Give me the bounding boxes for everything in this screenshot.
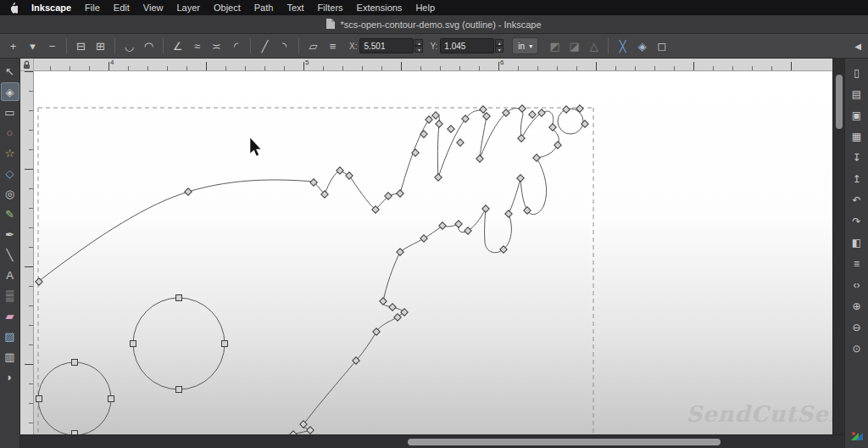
tool-text[interactable]: A xyxy=(1,266,19,284)
segment-to-curve-button[interactable]: ◝ xyxy=(275,37,293,55)
tool-gradient[interactable]: ▥ xyxy=(1,347,19,366)
show-bezier-handles-button[interactable]: ◈ xyxy=(633,37,651,55)
redo-button[interactable]: ↷ xyxy=(848,212,866,231)
unit-dropdown[interactable]: in ▾ xyxy=(512,37,538,54)
menu-edit[interactable]: Edit xyxy=(114,3,130,13)
tool-eraser[interactable]: ▰ xyxy=(1,306,19,325)
app-name[interactable]: Inkscape xyxy=(31,3,71,13)
tool-pencil[interactable]: ✎ xyxy=(1,204,19,223)
save-document-button[interactable]: ▣ xyxy=(848,106,866,125)
circle-path[interactable] xyxy=(38,362,111,434)
node-diamond[interactable] xyxy=(307,427,314,434)
node-diamond[interactable] xyxy=(373,328,380,335)
node-diamond[interactable] xyxy=(465,227,471,234)
undo-button[interactable]: ↶ xyxy=(848,191,866,210)
join-with-segment-button[interactable]: ◡ xyxy=(120,37,138,55)
tool-ellipse[interactable]: ○ xyxy=(1,123,19,142)
horizontal-scrollbar[interactable] xyxy=(20,434,844,448)
break-nodes-button[interactable]: ⊟ xyxy=(72,37,90,55)
node-diamond[interactable] xyxy=(505,210,512,217)
export-button[interactable]: ↥ xyxy=(848,170,866,188)
vertical-scrollbar[interactable] xyxy=(832,71,844,434)
toolbar-collapse-button[interactable]: ◀ xyxy=(850,37,865,54)
node-diamond[interactable] xyxy=(538,109,545,116)
horizontal-scrollbar-thumb[interactable] xyxy=(408,439,721,445)
import-button[interactable]: ↧ xyxy=(848,148,866,167)
zoom-out-button[interactable]: ⊖ xyxy=(848,318,866,337)
tool-dropper[interactable]: ◗ xyxy=(1,367,19,386)
xml-editor-button[interactable]: ‹› xyxy=(848,276,866,294)
node-square[interactable] xyxy=(176,387,182,393)
node-square[interactable] xyxy=(176,295,182,301)
insert-node-button[interactable]: + xyxy=(4,37,22,55)
node-diamond[interactable] xyxy=(483,113,490,120)
tool-selector[interactable]: ↖ xyxy=(1,62,19,81)
object-to-path-button[interactable]: ▱ xyxy=(304,37,322,55)
node-diamond[interactable] xyxy=(401,309,408,316)
node-diamond[interactable] xyxy=(448,126,454,132)
vertical-scrollbar-thumb[interactable] xyxy=(836,75,843,129)
node-diamond[interactable] xyxy=(420,131,427,137)
tool-star[interactable]: ☆ xyxy=(1,143,19,162)
node-diamond[interactable] xyxy=(337,167,343,174)
x-input[interactable] xyxy=(359,38,414,53)
canvas[interactable]: SendCutSend xyxy=(34,71,832,434)
node-diamond[interactable] xyxy=(432,112,439,119)
node-diamond[interactable] xyxy=(397,190,403,197)
outline-path[interactable] xyxy=(400,109,554,193)
layers-dialog-button[interactable]: ≡ xyxy=(848,255,866,273)
node-diamond[interactable] xyxy=(554,142,561,148)
outline-path[interactable] xyxy=(287,252,404,434)
x-step-down[interactable]: ▾ xyxy=(415,46,423,53)
node-square[interactable] xyxy=(131,341,136,347)
node-diamond[interactable] xyxy=(346,172,353,179)
tool-calligraphy[interactable]: ╲ xyxy=(1,245,19,264)
node-diamond[interactable] xyxy=(517,175,524,182)
edit-clipping-paths-button[interactable]: ◩ xyxy=(546,37,564,55)
node-square[interactable] xyxy=(72,360,78,366)
delete-node-button[interactable]: − xyxy=(43,37,61,55)
menu-object[interactable]: Object xyxy=(214,3,241,13)
node-diamond[interactable] xyxy=(412,149,419,156)
tool-box-3d[interactable]: ◇ xyxy=(1,164,19,182)
drawing-svg[interactable]: SendCutSend xyxy=(34,71,832,434)
node-diamond[interactable] xyxy=(549,124,556,131)
node-diamond[interactable] xyxy=(435,174,442,181)
node-diamond[interactable] xyxy=(533,154,540,161)
circle-path[interactable] xyxy=(133,298,225,389)
lock-icon[interactable] xyxy=(23,60,31,70)
node-diamond[interactable] xyxy=(389,304,396,311)
edit-masks-button[interactable]: ◪ xyxy=(565,37,583,55)
node-diamond[interactable] xyxy=(482,205,489,212)
tool-rectangle[interactable]: ▭ xyxy=(1,103,19,121)
node-diamond[interactable] xyxy=(576,105,583,112)
open-document-button[interactable]: ▤ xyxy=(848,85,866,104)
node-diamond[interactable] xyxy=(397,249,403,255)
node-diamond[interactable] xyxy=(185,188,192,195)
tool-node-editor[interactable]: ◈ xyxy=(1,82,19,101)
x-step-up[interactable]: ▴ xyxy=(415,39,423,46)
fill-stroke-dialog-button[interactable]: ◧ xyxy=(848,233,866,252)
menu-layer[interactable]: Layer xyxy=(176,3,200,13)
y-step-up[interactable]: ▴ xyxy=(495,39,504,46)
apple-icon[interactable] xyxy=(8,3,18,14)
y-input[interactable] xyxy=(440,38,494,53)
next-path-effect-param-button[interactable]: △ xyxy=(585,37,603,55)
menu-path[interactable]: Path xyxy=(254,3,274,13)
menu-extensions[interactable]: Extensions xyxy=(357,3,403,13)
insert-node-options-button[interactable]: ▾ xyxy=(24,37,42,55)
tool-bezier-pen[interactable]: ✒ xyxy=(1,225,19,244)
node-square[interactable] xyxy=(222,341,228,347)
node-diamond[interactable] xyxy=(563,106,570,113)
node-diamond[interactable] xyxy=(455,221,462,227)
node-diamond[interactable] xyxy=(420,235,427,242)
print-button[interactable]: ▦ xyxy=(848,127,866,146)
show-transform-handles-button[interactable]: ╳ xyxy=(614,37,632,55)
node-diamond[interactable] xyxy=(300,421,307,428)
node-diamond[interactable] xyxy=(518,135,525,142)
tool-fill-bucket[interactable]: ▨ xyxy=(1,327,19,345)
tool-spray[interactable]: ▒ xyxy=(1,286,19,305)
node-diamond[interactable] xyxy=(529,111,536,118)
node-smooth-button[interactable]: ≈ xyxy=(188,37,206,55)
outline-path[interactable] xyxy=(314,171,400,210)
